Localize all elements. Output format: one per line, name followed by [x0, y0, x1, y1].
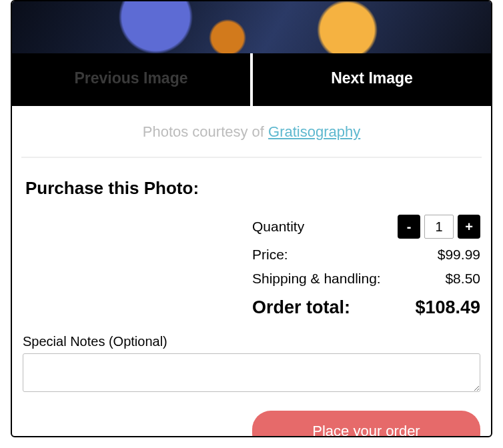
- next-image-button[interactable]: Next Image: [253, 53, 491, 106]
- purchase-heading: Purchase this Photo:: [12, 158, 491, 205]
- quantity-minus-button[interactable]: -: [398, 215, 420, 239]
- previous-image-button: Previous Image: [12, 53, 250, 106]
- price-value: $99.99: [438, 247, 480, 263]
- quantity-plus-button[interactable]: +: [458, 215, 480, 239]
- shipping-row: Shipping & handling: $8.50: [252, 267, 480, 291]
- notes-input[interactable]: [23, 353, 480, 392]
- order-card: Previous Image Next Image Photos courtes…: [11, 0, 492, 437]
- quantity-label: Quantity: [252, 219, 304, 235]
- photo-credit: Photos courtesy of Gratisography: [12, 106, 491, 150]
- notes-section: Special Notes (Optional): [23, 334, 480, 395]
- notes-label: Special Notes (Optional): [23, 334, 480, 349]
- submit-wrap: Place your order: [252, 411, 480, 437]
- quantity-stepper: - +: [398, 215, 480, 239]
- place-order-button[interactable]: Place your order: [252, 411, 480, 437]
- image-nav: Previous Image Next Image: [12, 53, 491, 106]
- shipping-label: Shipping & handling:: [252, 271, 381, 287]
- quantity-input[interactable]: [424, 215, 454, 239]
- total-value: $108.49: [415, 297, 480, 318]
- order-summary: Quantity - + Price: $99.99 Shipping & ha…: [252, 211, 480, 322]
- product-image: [12, 1, 491, 53]
- price-label: Price:: [252, 247, 288, 263]
- credit-prefix: Photos courtesy of: [143, 123, 268, 140]
- shipping-value: $8.50: [445, 271, 480, 287]
- price-row: Price: $99.99: [252, 243, 480, 267]
- quantity-row: Quantity - +: [252, 211, 480, 243]
- credit-link[interactable]: Gratisography: [268, 123, 360, 140]
- total-label: Order total:: [252, 297, 350, 318]
- total-row: Order total: $108.49: [252, 291, 480, 322]
